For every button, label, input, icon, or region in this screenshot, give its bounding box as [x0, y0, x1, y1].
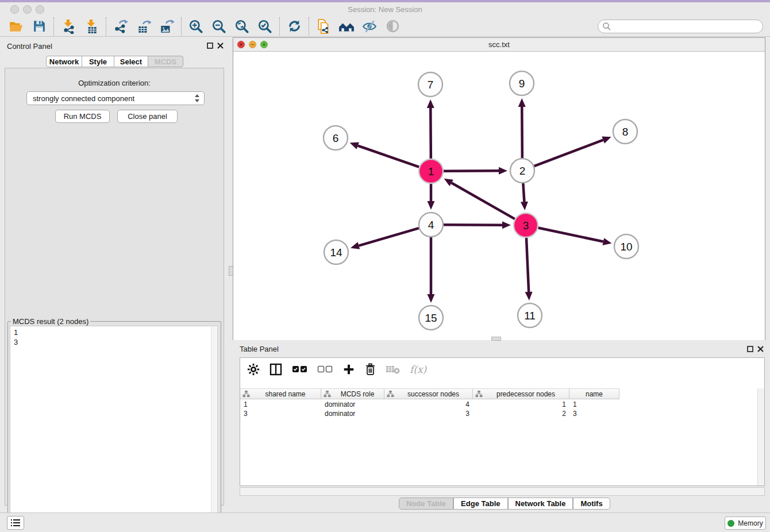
close-panel-button[interactable]: Close panel: [117, 110, 178, 123]
graph-edge-4-14[interactable]: [359, 228, 419, 245]
search-field[interactable]: [598, 20, 763, 33]
network-close-button[interactable]: ×: [237, 41, 245, 48]
show-graphics-details-button[interactable]: [381, 17, 404, 36]
table-horizontal-scrollbar[interactable]: [240, 487, 765, 496]
close-panel-icon[interactable]: [217, 43, 224, 49]
column-header-predecessor-nodes[interactable]: predecessor nodes: [473, 388, 569, 399]
graph-node-label: 15: [425, 312, 437, 324]
zoom-out-icon: [211, 19, 226, 34]
graph-node-label: 1: [428, 165, 434, 178]
table-settings-button gear-icon[interactable]: [247, 363, 260, 376]
export-table-button[interactable]: [132, 17, 155, 36]
graph-edge-2-9[interactable]: [522, 107, 522, 158]
tab-node-table[interactable]: Node Table: [399, 498, 453, 510]
table-toolbar: f(x): [240, 358, 764, 381]
zoom-in-button[interactable]: [184, 17, 207, 36]
memory-label: Memory: [738, 519, 763, 527]
cell-successor-nodes: 4: [384, 400, 473, 409]
tab-network[interactable]: Network: [46, 56, 82, 67]
column-header-successor-nodes[interactable]: successor nodes: [384, 388, 473, 399]
network-window-titlebar[interactable]: × − + scc.txt: [233, 38, 765, 52]
zoom-fit-button[interactable]: [230, 17, 253, 36]
graph-edge-4-3[interactable]: [444, 225, 502, 225]
graph-edge-3-11[interactable]: [526, 238, 529, 292]
mcds-panel-content: Optimization criterion: strongly connect…: [5, 68, 224, 506]
optimization-criterion-select[interactable]: strongly connected component: [26, 91, 205, 105]
tab-mcds[interactable]: MCDS: [148, 56, 183, 67]
deselect-all-rows-button unchecked-boxes-icon[interactable]: [317, 365, 333, 374]
zoom-selected-button[interactable]: [253, 17, 276, 36]
task-history-button[interactable]: [7, 516, 24, 530]
tab-edge-table[interactable]: Edge Table: [453, 498, 507, 510]
clone-network-icon: [316, 19, 331, 34]
hide-graphics-details-button[interactable]: [358, 17, 381, 36]
mcds-result-line: 1: [14, 327, 217, 337]
tab-style[interactable]: Style: [82, 56, 114, 67]
mcds-result-group: MCDS result (2 nodes) 1 3: [7, 317, 221, 532]
graph-edge-1-2[interactable]: [444, 171, 499, 171]
table-close-icon[interactable]: [757, 346, 764, 352]
memory-button[interactable]: Memory: [725, 516, 766, 530]
toolbar-separator: [279, 17, 280, 36]
show-column-panel-button columns-icon[interactable]: [269, 363, 283, 376]
table-panel: Table Panel: [233, 342, 770, 511]
table-row[interactable]: 1 dominator 4 1 1: [240, 400, 764, 409]
graph-edge-1-7[interactable]: [430, 108, 431, 159]
open-file-icon: [9, 19, 24, 34]
network-maximize-button[interactable]: +: [260, 41, 268, 48]
cell-shared-name: 3: [240, 409, 321, 418]
network-minimize-button[interactable]: −: [249, 41, 256, 48]
refresh-layout-button[interactable]: [283, 17, 306, 36]
tab-motifs[interactable]: Motifs: [573, 498, 610, 510]
graph-edge-3-10[interactable]: [538, 228, 603, 242]
export-network-button[interactable]: [109, 17, 132, 36]
open-file-button[interactable]: [5, 17, 28, 36]
graph-edge-arrowhead: [427, 99, 434, 108]
export-network-icon: [113, 19, 128, 34]
optimization-criterion-value: strongly connected component: [33, 94, 134, 103]
result-scrollbar[interactable]: [211, 327, 217, 529]
cell-successor-nodes: 3: [384, 409, 473, 418]
graph-edge-3-1[interactable]: [452, 183, 515, 219]
function-builder-button fx-icon[interactable]: f(x): [410, 364, 426, 375]
column-header-mcds-role[interactable]: MCDS role: [321, 388, 384, 399]
float-panel-icon[interactable]: [207, 43, 213, 49]
graph-node-label: 9: [519, 78, 525, 90]
search-input[interactable]: [611, 21, 763, 32]
delete-table-button table-x-icon[interactable]: [386, 364, 401, 375]
network-window-title: scc.txt: [268, 40, 730, 49]
graph-edge-2-3[interactable]: [523, 183, 524, 202]
export-image-button[interactable]: [155, 17, 178, 36]
first-neighbors-button[interactable]: [335, 17, 358, 36]
graph-edge-2-8[interactable]: [534, 140, 603, 167]
create-column-button plus-icon[interactable]: [342, 363, 355, 376]
cell-mcds-role: dominator: [321, 409, 384, 418]
graph-edge-1-6[interactable]: [358, 146, 419, 167]
main-toolbar: [0, 16, 770, 37]
graph-node-label: 7: [428, 79, 434, 91]
network-bottom-grip[interactable]: [491, 337, 501, 341]
import-table-button[interactable]: [80, 17, 103, 36]
table-float-icon[interactable]: [747, 346, 753, 352]
tab-network-table[interactable]: Network Table: [508, 498, 573, 510]
clone-network-button[interactable]: [312, 17, 335, 36]
save-session-button[interactable]: [28, 17, 51, 36]
tab-select[interactable]: Select: [114, 56, 148, 67]
graph-node-label: 3: [523, 219, 529, 232]
graph-node-label: 14: [330, 246, 342, 259]
import-network-button[interactable]: [57, 17, 80, 36]
graph-node-label: 8: [622, 126, 629, 138]
graph-edge-arrowhead: [603, 238, 612, 245]
zoom-out-button[interactable]: [207, 17, 230, 36]
mcds-result-textarea[interactable]: 1 3: [10, 326, 218, 530]
graph-node-label: 10: [620, 241, 632, 253]
select-all-rows-button checked-boxes-icon[interactable]: [292, 365, 308, 374]
table-row[interactable]: 3 dominator 3 2 3: [240, 409, 764, 418]
delete-column-button trash-icon[interactable]: [364, 363, 376, 376]
network-canvas[interactable]: 7968124314101511: [233, 52, 765, 340]
column-header-shared-name[interactable]: shared name: [240, 388, 321, 399]
table-vertical-scrollbar[interactable]: [757, 388, 764, 485]
column-header-name[interactable]: name: [569, 388, 619, 399]
run-mcds-button[interactable]: Run MCDS: [55, 110, 110, 123]
status-bar: Memory: [0, 512, 770, 532]
